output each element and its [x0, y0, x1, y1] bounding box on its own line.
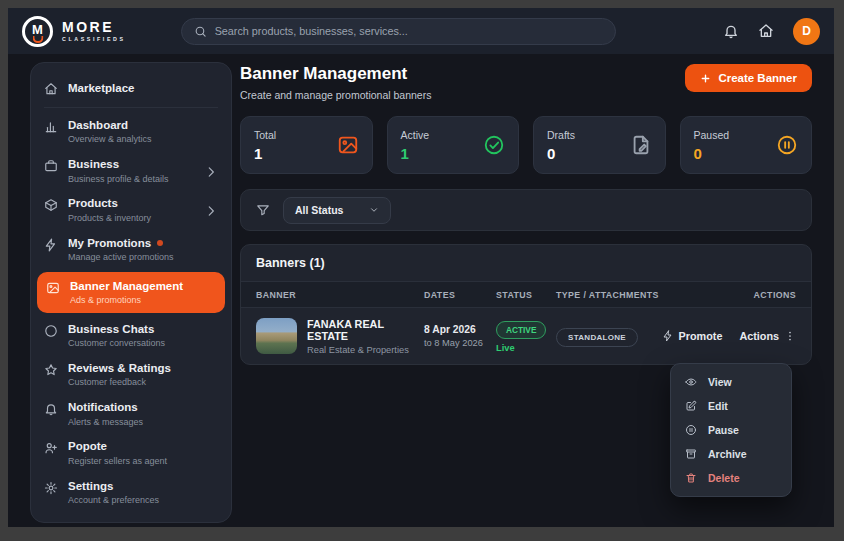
sidebar-item-business-chats[interactable]: Business Chats Customer conversations	[31, 316, 231, 355]
sidebar-divider	[44, 107, 218, 108]
sidebar-item-products[interactable]: Products Products & inventory	[31, 190, 231, 229]
sidebar-item-popote[interactable]: Popote Register sellers as agent	[31, 433, 231, 472]
actions-dropdown-menu: View Edit Pause Archive Delete	[670, 363, 792, 497]
banner-thumbnail	[256, 318, 297, 354]
brand-name: MORE	[62, 20, 126, 34]
col-dates: DATES	[424, 290, 496, 300]
search-input[interactable]: Search products, businesses, services...	[181, 18, 616, 45]
status-filter-select[interactable]: All Status	[283, 197, 391, 224]
menu-item-view[interactable]: View	[671, 370, 791, 394]
user-plus-icon	[44, 441, 58, 455]
table-row: FANAKA REAL ESTATE Real Estate & Propert…	[241, 308, 811, 364]
archive-icon	[685, 448, 697, 460]
stat-card-drafts: Drafts 0	[533, 116, 666, 174]
image-icon	[46, 281, 60, 295]
promote-button[interactable]: Promote	[662, 330, 723, 342]
sidebar-item-settings[interactable]: Settings Account & preferences	[31, 473, 231, 512]
chevron-down-icon	[369, 205, 379, 215]
funnel-icon	[256, 203, 270, 217]
stat-value-paused: 0	[694, 145, 730, 162]
bolt-icon	[662, 330, 674, 342]
sidebar-item-banner-management[interactable]: Banner Management Ads & promotions	[37, 272, 225, 313]
menu-item-delete[interactable]: Delete	[671, 466, 791, 490]
menu-item-archive[interactable]: Archive	[671, 442, 791, 466]
chevron-right-icon	[204, 204, 218, 218]
bell-icon	[44, 402, 58, 416]
logo-letter: M	[32, 22, 43, 37]
plus-icon	[700, 73, 711, 84]
gear-icon	[44, 481, 58, 495]
col-status: STATUS	[496, 290, 556, 300]
sidebar-item-my-promotions[interactable]: My Promotions Manage active promotions	[31, 230, 231, 269]
type-badge: STANDALONE	[556, 328, 638, 347]
banners-table: Banners (1) BANNER DATES STATUS TYPE / A…	[240, 244, 812, 365]
banner-date-to: to 8 May 2026	[424, 338, 496, 348]
search-icon	[194, 25, 207, 38]
stat-value-drafts: 0	[547, 145, 575, 162]
notification-dot	[157, 240, 163, 246]
table-title: Banners (1)	[241, 245, 811, 281]
bolt-icon	[44, 238, 58, 252]
logo-icon: M	[22, 16, 53, 47]
window-frame: M MORE CLASSIFIEDS Search products, busi…	[0, 0, 844, 541]
trash-icon	[685, 472, 697, 484]
stat-card-paused: Paused 0	[680, 116, 813, 174]
box-icon	[44, 198, 58, 212]
col-type: TYPE / ATTACHMENTS	[556, 290, 678, 300]
stat-value-active: 1	[401, 145, 430, 162]
chart-icon	[44, 120, 58, 134]
filter-bar: All Status	[240, 189, 812, 231]
col-actions: ACTIONS	[678, 290, 796, 300]
bell-icon[interactable]	[723, 23, 739, 39]
stats-row: Total 1 Active 1 Drafts 0	[240, 116, 812, 174]
logo-orange-arc	[32, 36, 43, 43]
banner-category: Real Estate & Properties	[307, 345, 424, 355]
status-live-label: Live	[496, 343, 556, 353]
stat-value-total: 1	[254, 145, 276, 162]
sidebar-item-reviews-ratings[interactable]: Reviews & Ratings Customer feedback	[31, 355, 231, 394]
menu-item-pause[interactable]: Pause	[671, 418, 791, 442]
banner-date-from: 8 Apr 2026	[424, 324, 496, 335]
actions-button[interactable]: Actions	[739, 330, 796, 342]
user-avatar[interactable]: D	[793, 18, 820, 45]
home-icon	[44, 82, 58, 96]
page-subtitle: Create and manage promotional banners	[240, 89, 431, 101]
star-icon	[44, 363, 58, 377]
page-title: Banner Management	[240, 64, 431, 84]
home-icon[interactable]	[758, 23, 774, 39]
menu-item-edit[interactable]: Edit	[671, 394, 791, 418]
search-placeholder: Search products, businesses, services...	[215, 25, 408, 37]
edit-icon	[685, 400, 697, 412]
sidebar-item-dashboard[interactable]: Dashboard Overview & analytics	[31, 112, 231, 151]
brand-subtitle: CLASSIFIEDS	[62, 37, 126, 42]
dots-vertical-icon	[784, 330, 796, 342]
eye-icon	[685, 376, 697, 388]
topbar: M MORE CLASSIFIEDS Search products, busi…	[8, 8, 834, 54]
brand-logo[interactable]: M MORE CLASSIFIEDS	[22, 16, 126, 47]
image-icon	[337, 134, 359, 156]
chat-icon	[44, 324, 58, 338]
check-circle-icon	[483, 134, 505, 156]
pause-circle-icon	[685, 424, 697, 436]
sidebar-item-business[interactable]: Business Business profile & details	[31, 151, 231, 190]
file-edit-icon	[630, 134, 652, 156]
col-banner: BANNER	[256, 290, 424, 300]
create-banner-button[interactable]: Create Banner	[685, 64, 812, 92]
sidebar-item-marketplace[interactable]: Marketplace	[31, 71, 231, 105]
stat-card-total: Total 1	[240, 116, 373, 174]
briefcase-icon	[44, 159, 58, 173]
app: M MORE CLASSIFIEDS Search products, busi…	[8, 8, 834, 527]
pause-circle-icon	[776, 134, 798, 156]
main-content: Banner Management Create and manage prom…	[240, 62, 812, 519]
table-header-row: BANNER DATES STATUS TYPE / ATTACHMENTS A…	[241, 281, 811, 308]
sidebar-item-notifications[interactable]: Notifications Alerts & messages	[31, 394, 231, 433]
status-badge: ACTIVE	[496, 321, 546, 339]
banner-name: FANAKA REAL ESTATE	[307, 318, 424, 342]
stat-card-active: Active 1	[387, 116, 520, 174]
chevron-right-icon	[204, 165, 218, 179]
sidebar: Marketplace Dashboard Overview & analyti…	[30, 62, 232, 523]
